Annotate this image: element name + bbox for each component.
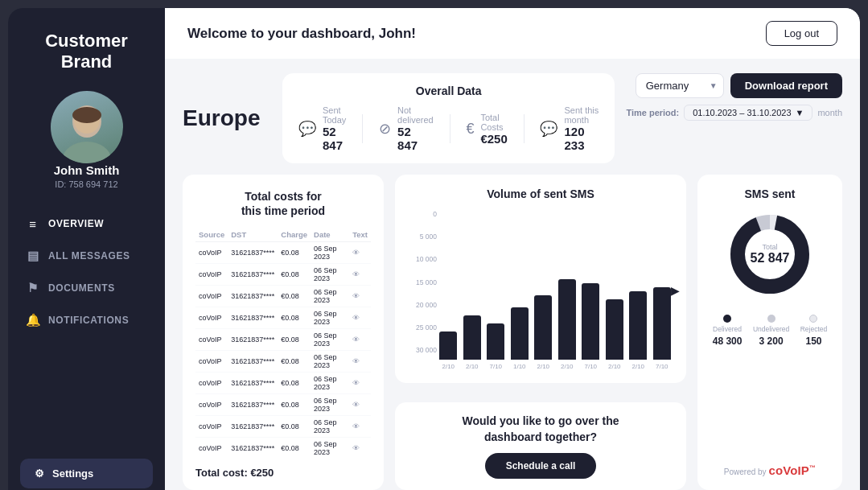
table-row: coVoIP 31621837**** €0.08 06 Sep 2023 👁 — [195, 351, 371, 373]
not-delivered-value: 52 847 — [397, 125, 434, 152]
time-period-label: Time period: — [626, 108, 679, 117]
sidebar-item-overview[interactable]: ≡ OVERVIEW — [8, 208, 165, 240]
table-row: coVoIP 31621837**** €0.08 06 Sep 2023 👁 — [195, 307, 371, 329]
content-area: Europe Overall Data 💬 Sent Today 52 847 — [165, 59, 860, 490]
messages-icon: ▤ — [26, 249, 40, 263]
documents-icon: ⚑ — [26, 281, 40, 295]
col-text: Text — [349, 228, 371, 242]
stat-total-costs: € Total Costs €250 — [466, 113, 507, 146]
main-content: Welcome to your dashboard, John! Log out… — [165, 8, 860, 490]
table-row: coVoIP 31621837**** €0.08 06 Sep 2023 👁 — [195, 416, 371, 438]
stat-sent-today: 💬 Sent Today 52 847 — [298, 105, 346, 152]
settings-icon: ⚙ — [35, 467, 44, 480]
topbar: Welcome to your dashboard, John! Log out — [165, 8, 860, 59]
top-stats-row: Europe Overall Data 💬 Sent Today 52 847 — [183, 73, 842, 163]
stat-divider-3 — [524, 114, 525, 143]
notifications-icon: 🔔 — [26, 313, 40, 327]
sidebar: CustomerBrand John Smith ID: 758 694 712… — [8, 8, 165, 490]
bar-label: 7/10 — [489, 363, 502, 370]
not-delivered-icon: ⊘ — [379, 120, 391, 138]
col-source: Source — [195, 228, 228, 242]
bar — [606, 299, 623, 360]
overall-data-title: Overall Data — [298, 84, 599, 97]
costs-table: Source DST Charge Date Text coVoIP 31621… — [195, 228, 371, 459]
total-costs-icon: € — [466, 121, 474, 138]
time-period-value[interactable]: 01.10.2023 – 31.10.2023 ▼ — [684, 105, 812, 121]
avatar — [51, 91, 123, 163]
user-name: John Smith — [54, 163, 120, 177]
delivered-dot — [723, 315, 731, 323]
sidebar-item-notifications[interactable]: 🔔 NOTIFICATIONS — [8, 304, 165, 336]
rejected-dot — [809, 315, 817, 323]
svg-point-3 — [72, 107, 101, 123]
stats-items: 💬 Sent Today 52 847 ⊘ Not delivered 5 — [298, 105, 599, 152]
bar-group: 7/10 — [652, 287, 673, 370]
overview-icon: ≡ — [26, 217, 40, 231]
bar-group: 2/10 — [438, 331, 459, 370]
bar — [487, 323, 504, 360]
table-row: coVoIP 31621837**** €0.08 06 Sep 2023 👁 — [195, 264, 371, 286]
donut-chart: Total 52 847 — [726, 210, 814, 299]
welcome-message: Welcome to your dashboard, John! — [187, 26, 416, 42]
user-id: ID: 758 694 712 — [55, 179, 117, 189]
bar-label: 1/10 — [513, 363, 526, 370]
sent-today-label: Sent Today — [323, 105, 346, 125]
svg-point-1 — [63, 142, 111, 163]
settings-button[interactable]: ⚙ Settings — [20, 459, 153, 488]
cta-text: Would you like to go over the dashboard … — [408, 414, 673, 445]
app-container: CustomerBrand John Smith ID: 758 694 712… — [8, 8, 860, 490]
brand-name: CustomerBrand — [45, 31, 128, 73]
country-select-wrapper: Germany France Italy ▼ — [636, 73, 724, 98]
schedule-call-button[interactable]: Schedule a call — [485, 453, 597, 479]
sidebar-item-documents[interactable]: ⚑ DOCUMENTS — [8, 272, 165, 304]
download-report-button[interactable]: Download report — [730, 73, 842, 98]
country-select[interactable]: Germany France Italy — [636, 73, 724, 98]
bar — [463, 315, 481, 360]
donut-center: Total 52 847 — [751, 243, 790, 266]
region-title: Europe — [183, 73, 271, 163]
controls-row-top: Germany France Italy ▼ Download report — [636, 73, 842, 98]
bar-group: 7/10 — [486, 323, 506, 370]
stat-not-delivered: ⊘ Not delivered 52 847 — [379, 105, 434, 152]
bars-container: 2/102/107/101/102/102/107/102/102/107/10… — [409, 210, 672, 370]
powered-by: Powered by coVoIP™ — [724, 455, 816, 477]
table-card: Total costs for this time period Source … — [183, 175, 384, 490]
sent-today-icon: 💬 — [298, 120, 316, 138]
bar-label: 2/10 — [466, 363, 479, 370]
bar — [558, 279, 576, 360]
col-charge: Charge — [278, 228, 311, 242]
bar-label: 7/10 — [584, 363, 597, 370]
bar — [653, 287, 671, 360]
sms-legend: Delivered 48 300 Undelivered 3 200 Rejec… — [709, 315, 831, 347]
sidebar-item-messages[interactable]: ▤ ALL MESSAGES — [8, 240, 165, 272]
table-row: coVoIP 31621837**** €0.08 06 Sep 2023 👁 — [195, 394, 371, 416]
bar-group: 7/10 — [581, 283, 601, 370]
legend-undelivered: Undelivered 3 200 — [753, 315, 789, 347]
table-row: coVoIP 31621837**** €0.08 06 Sep 2023 👁 — [195, 329, 371, 351]
bar — [582, 283, 599, 360]
sms-sent-title: SMS sent — [744, 187, 795, 200]
not-delivered-label: Not delivered — [397, 105, 434, 125]
logout-button[interactable]: Log out — [766, 21, 837, 46]
bar-label: 2/10 — [442, 363, 455, 370]
total-cost: Total cost: €250 — [195, 467, 371, 479]
undelivered-dot — [767, 315, 775, 323]
bar-label: 2/10 — [608, 363, 621, 370]
chart-area: 30 000 25 000 20 000 15 000 10 000 5 000… — [409, 210, 672, 370]
table-row: coVoIP 31621837**** €0.08 06 Sep 2023 👁 — [195, 286, 371, 307]
bar-label: 2/10 — [537, 363, 549, 370]
cta-card: Would you like to go over the dashboard … — [395, 402, 686, 490]
chart-next-arrow[interactable]: ▶ — [671, 284, 680, 297]
bar-group: 2/10 — [463, 315, 483, 370]
bottom-row: Total costs for this time period Source … — [183, 175, 842, 490]
bar-group: 2/10 — [533, 295, 553, 370]
controls-column: Germany France Italy ▼ Download report T… — [626, 73, 842, 163]
month-badge: month — [817, 108, 842, 117]
table-card-title: Total costs for this time period — [195, 189, 371, 218]
bar-group: 1/10 — [510, 307, 530, 370]
table-row: coVoIP 31621837**** €0.08 06 Sep 2023 👁 — [195, 373, 371, 394]
legend-delivered: Delivered 48 300 — [713, 315, 743, 347]
sms-sent-card: SMS sent Total 52 847 — [697, 175, 842, 490]
nav-menu: ≡ OVERVIEW ▤ ALL MESSAGES ⚑ DOCUMENTS 🔔 … — [8, 208, 165, 451]
bar-group: 2/10 — [628, 291, 648, 370]
